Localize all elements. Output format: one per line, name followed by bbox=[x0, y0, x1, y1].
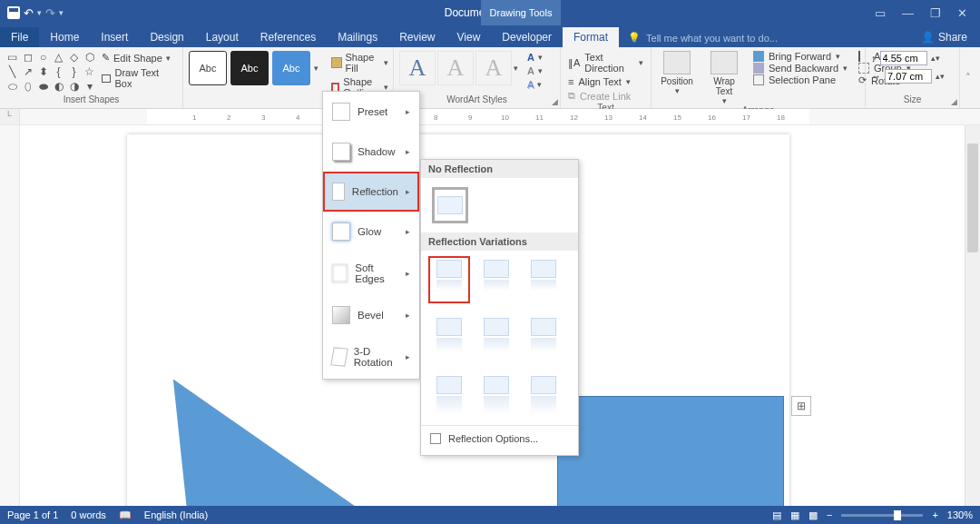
text-effects-button[interactable]: A▾ bbox=[525, 78, 544, 91]
shape-gallery[interactable]: ▭◻○△◇⬡ ╲↗⬍{}☆ ⬭⬯⬬◐◑▾ bbox=[5, 51, 96, 93]
wordart-swatch-1[interactable]: A bbox=[399, 51, 436, 85]
redo-icon[interactable]: ↷ bbox=[45, 6, 55, 20]
tab-references[interactable]: References bbox=[250, 27, 327, 47]
wrap-text-button[interactable]: Wrap Text▾ bbox=[704, 51, 744, 105]
vertical-scrollbar[interactable] bbox=[965, 125, 980, 506]
edit-shape-button[interactable]: ✎Edit Shape▾ bbox=[100, 51, 177, 64]
word-count[interactable]: 0 words bbox=[71, 509, 106, 520]
text-direction-button[interactable]: ‖AText Direction▾ bbox=[566, 51, 645, 74]
effects-bevel[interactable]: Bevel▸ bbox=[323, 295, 419, 335]
text-fill-button[interactable]: A▾ bbox=[525, 51, 544, 64]
zoom-level[interactable]: 130% bbox=[947, 509, 973, 520]
text-box-icon bbox=[102, 74, 111, 83]
ribbon: ▭◻○△◇⬡ ╲↗⬍{}☆ ⬭⬯⬬◐◑▾ ✎Edit Shape▾ Draw T… bbox=[0, 47, 980, 109]
tab-file[interactable]: File bbox=[0, 27, 39, 47]
zoom-slider-knob[interactable] bbox=[894, 510, 901, 520]
create-link-button[interactable]: ⧉Create Link bbox=[566, 89, 645, 103]
reflection-variation-9[interactable] bbox=[526, 376, 561, 416]
no-reflection-option[interactable] bbox=[432, 187, 468, 223]
tab-view[interactable]: View bbox=[446, 27, 492, 47]
effects-soft-edges[interactable]: Soft Edges▸ bbox=[323, 252, 419, 295]
tell-me-search[interactable]: 💡Tell me what you want to do... bbox=[619, 28, 787, 47]
tab-mailings[interactable]: Mailings bbox=[327, 27, 388, 47]
effects-preset[interactable]: Preset▸ bbox=[323, 92, 419, 132]
reflection-variation-6[interactable] bbox=[526, 318, 561, 358]
send-backward-button[interactable]: Send Backward▾ bbox=[751, 63, 849, 74]
rectangle-shape[interactable] bbox=[557, 396, 784, 524]
ruler-corner[interactable]: L bbox=[0, 109, 20, 124]
reflection-variation-7[interactable] bbox=[432, 376, 466, 416]
selection-pane-button[interactable]: Selection Pane bbox=[751, 74, 849, 85]
close-icon[interactable]: ✕ bbox=[957, 6, 967, 20]
wordart-swatch-3[interactable]: A bbox=[475, 51, 512, 85]
contextual-tab-drawing-tools: Drawing Tools bbox=[481, 0, 561, 25]
lightbulb-icon: 💡 bbox=[628, 32, 641, 44]
save-icon[interactable] bbox=[7, 6, 20, 19]
zoom-out-button[interactable]: − bbox=[827, 509, 832, 520]
group-label: Insert Shapes bbox=[5, 94, 177, 106]
position-button[interactable]: Position▾ bbox=[657, 51, 697, 95]
shape-width-input[interactable] bbox=[885, 69, 932, 84]
reflection-variation-5[interactable] bbox=[479, 318, 514, 358]
undo-dropdown[interactable]: ▾ bbox=[37, 8, 42, 17]
align-text-button[interactable]: ≡Align Text▾ bbox=[566, 75, 645, 88]
print-layout-icon[interactable]: ▦ bbox=[790, 509, 799, 521]
tab-review[interactable]: Review bbox=[388, 27, 446, 47]
reflection-variation-1[interactable] bbox=[432, 260, 466, 300]
style-swatch-1[interactable]: Abc bbox=[189, 51, 227, 85]
tab-insert[interactable]: Insert bbox=[90, 27, 139, 47]
spellcheck-icon[interactable]: 📖 bbox=[119, 509, 132, 521]
tab-format[interactable]: Format bbox=[563, 27, 619, 47]
effects-reflection[interactable]: Reflection▸ bbox=[323, 172, 419, 212]
dialog-launcher-icon[interactable]: ◢ bbox=[951, 97, 957, 106]
reflection-variation-3[interactable] bbox=[526, 260, 561, 300]
shape-fill-button[interactable]: Shape Fill▾ bbox=[329, 51, 390, 74]
zoom-in-button[interactable]: + bbox=[932, 509, 937, 520]
status-bar: Page 1 of 1 0 words 📖 English (India) ▤ … bbox=[0, 506, 980, 524]
shape-width-row: ↔▴▾ bbox=[871, 69, 945, 84]
ribbon-collapse-button[interactable]: ˄ bbox=[960, 47, 976, 108]
draw-text-box-button[interactable]: Draw Text Box bbox=[100, 66, 177, 90]
minimize-icon[interactable]: — bbox=[902, 6, 914, 20]
style-swatch-3[interactable]: Abc bbox=[272, 51, 310, 85]
wordart-swatch-2[interactable]: A bbox=[437, 51, 474, 85]
tab-design[interactable]: Design bbox=[139, 27, 194, 47]
reflection-variation-8[interactable] bbox=[479, 376, 514, 416]
vertical-ruler[interactable] bbox=[0, 125, 20, 506]
style-gallery-more[interactable]: ▾ bbox=[314, 64, 318, 73]
glow-icon bbox=[332, 222, 350, 241]
reflection-variation-2[interactable] bbox=[479, 260, 514, 300]
wordart-gallery-more[interactable]: ▾ bbox=[514, 64, 518, 73]
language-indicator[interactable]: English (India) bbox=[144, 509, 208, 520]
height-icon: ↕ bbox=[871, 53, 877, 64]
effects-shadow[interactable]: Shadow▸ bbox=[323, 132, 419, 172]
shape-effects-dropdown: Preset▸ Shadow▸ Reflection▸ Glow▸ Soft E… bbox=[322, 91, 420, 380]
link-icon: ⧉ bbox=[568, 90, 575, 102]
bring-forward-button[interactable]: Bring Forward▾ bbox=[751, 51, 849, 62]
layout-options-badge[interactable]: ⊞ bbox=[791, 396, 811, 416]
text-outline-button[interactable]: A▾ bbox=[525, 64, 544, 77]
shape-height-input[interactable] bbox=[880, 51, 927, 65]
effects-glow[interactable]: Glow▸ bbox=[323, 212, 419, 252]
horizontal-ruler[interactable]: 123456789101112131415161718 bbox=[20, 109, 980, 124]
effects-3d-rotation[interactable]: 3-D Rotation▸ bbox=[323, 335, 419, 379]
shape-style-gallery[interactable]: Abc Abc Abc ▾ bbox=[189, 51, 318, 85]
share-button[interactable]: 👤Share bbox=[908, 27, 980, 47]
tab-layout[interactable]: Layout bbox=[195, 27, 250, 47]
style-swatch-2[interactable]: Abc bbox=[230, 51, 269, 85]
ribbon-display-options-icon[interactable]: ▭ bbox=[875, 6, 886, 20]
page-indicator[interactable]: Page 1 of 1 bbox=[7, 509, 58, 520]
web-layout-icon[interactable]: ▩ bbox=[808, 509, 818, 521]
scrollbar-thumb[interactable] bbox=[967, 143, 978, 252]
read-mode-icon[interactable]: ▤ bbox=[772, 509, 781, 521]
qat-customize[interactable]: ▾ bbox=[59, 8, 64, 17]
dialog-launcher-icon[interactable]: ◢ bbox=[552, 97, 558, 106]
reflection-options[interactable]: Reflection Options... bbox=[421, 425, 578, 451]
zoom-slider[interactable] bbox=[841, 514, 923, 517]
wordart-gallery[interactable]: A A A ▾ bbox=[399, 51, 518, 85]
restore-icon[interactable]: ❐ bbox=[930, 6, 941, 20]
tab-home[interactable]: Home bbox=[39, 27, 90, 47]
tab-developer[interactable]: Developer bbox=[491, 27, 563, 47]
undo-icon[interactable]: ↶ bbox=[24, 6, 34, 20]
reflection-variation-4[interactable] bbox=[432, 318, 466, 358]
